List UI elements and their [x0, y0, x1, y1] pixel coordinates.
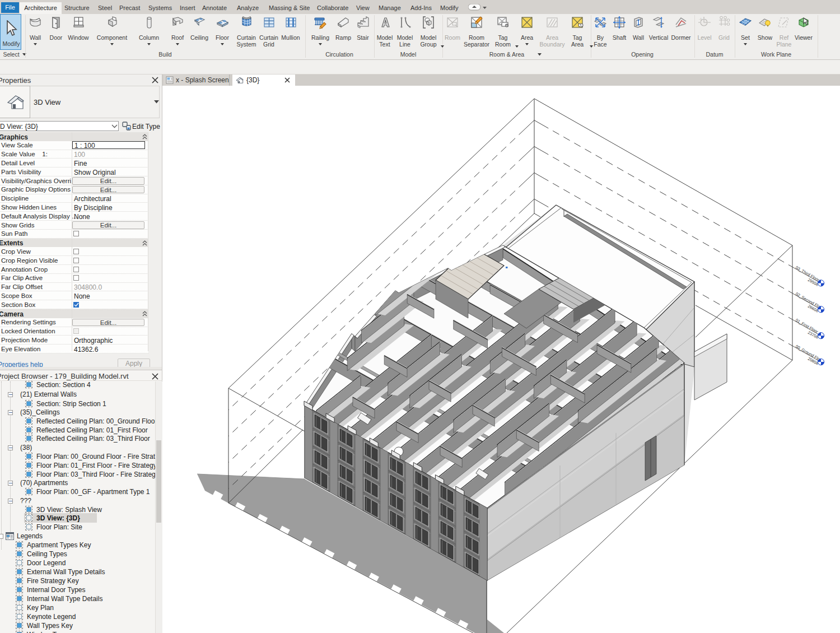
svg-text:-1: -1: [699, 17, 702, 21]
svg-text:01_First Floor: 01_First Floor: [795, 318, 819, 334]
